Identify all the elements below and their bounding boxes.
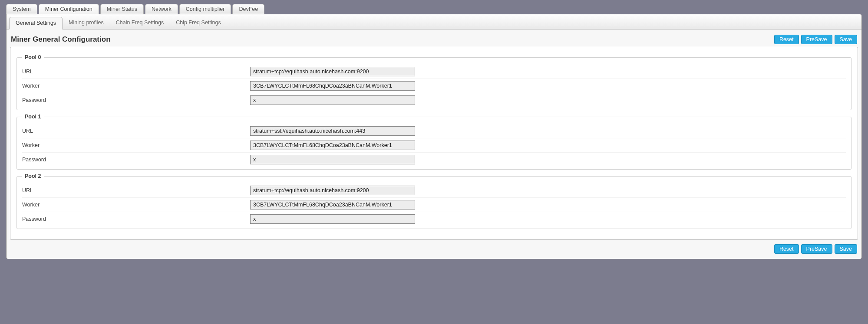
- pool-1-password-label: Password: [22, 157, 250, 163]
- save-button-bottom[interactable]: Save: [835, 244, 858, 254]
- save-button[interactable]: Save: [835, 35, 858, 44]
- pool-1-worker-input[interactable]: [250, 141, 415, 150]
- subtab-chip-freq-settings[interactable]: Chip Freq Settings: [170, 17, 227, 29]
- form-panel: Pool 0 URL Worker Password Poo: [10, 47, 858, 240]
- main-tabs: System Miner Configuration Miner Status …: [6, 3, 862, 14]
- subtab-mining-profiles[interactable]: Mining profiles: [63, 17, 110, 29]
- subtab-general-settings[interactable]: General Settings: [9, 17, 63, 29]
- tab-miner-status[interactable]: Miner Status: [100, 4, 144, 14]
- top-button-row: Reset PreSave Save: [774, 35, 857, 44]
- presave-button-bottom[interactable]: PreSave: [801, 244, 832, 254]
- pool-1-password-input[interactable]: [250, 155, 415, 164]
- bottom-button-row: Reset PreSave Save: [10, 240, 858, 254]
- pool-2-fieldset: Pool 2 URL Worker Password: [17, 173, 851, 229]
- pool-2-password-input[interactable]: [250, 214, 415, 224]
- pool-0-worker-label: Worker: [22, 83, 250, 89]
- tab-system[interactable]: System: [6, 4, 37, 14]
- pool-2-worker-input[interactable]: [250, 200, 415, 209]
- pool-1-worker-label: Worker: [22, 142, 250, 148]
- pool-2-url-input[interactable]: [250, 186, 415, 195]
- content-area: Miner General Configuration Reset PreSav…: [7, 29, 861, 259]
- pool-0-url-label: URL: [22, 69, 250, 75]
- pool-2-password-label: Password: [22, 216, 250, 222]
- pool-2-worker-label: Worker: [22, 202, 250, 208]
- pool-1-legend: Pool 1: [22, 114, 44, 120]
- pool-1-fieldset: Pool 1 URL Worker Password: [17, 114, 851, 170]
- tab-network[interactable]: Network: [145, 4, 178, 14]
- pool-0-password-input[interactable]: [250, 95, 415, 105]
- pool-0-worker-input[interactable]: [250, 81, 415, 91]
- page-title: Miner General Configuration: [11, 35, 111, 44]
- reset-button-bottom[interactable]: Reset: [774, 244, 799, 254]
- subtab-chain-freq-settings[interactable]: Chain Freq Settings: [110, 17, 170, 29]
- pool-0-fieldset: Pool 0 URL Worker Password: [17, 54, 851, 110]
- main-panel: General Settings Mining profiles Chain F…: [6, 14, 862, 259]
- pool-0-url-input[interactable]: [250, 67, 415, 76]
- tab-config-multiplier[interactable]: Config multiplier: [179, 4, 231, 14]
- tab-devfee[interactable]: DevFee: [232, 4, 264, 14]
- sub-tabs: General Settings Mining profiles Chain F…: [7, 14, 861, 29]
- pool-1-url-label: URL: [22, 128, 250, 134]
- pool-0-legend: Pool 0: [22, 54, 44, 60]
- pool-2-url-label: URL: [22, 187, 250, 193]
- reset-button[interactable]: Reset: [774, 35, 799, 44]
- pool-2-legend: Pool 2: [22, 173, 44, 179]
- pool-0-password-label: Password: [22, 97, 250, 103]
- pool-1-url-input[interactable]: [250, 126, 415, 136]
- presave-button[interactable]: PreSave: [801, 35, 832, 44]
- tab-miner-configuration[interactable]: Miner Configuration: [39, 4, 99, 14]
